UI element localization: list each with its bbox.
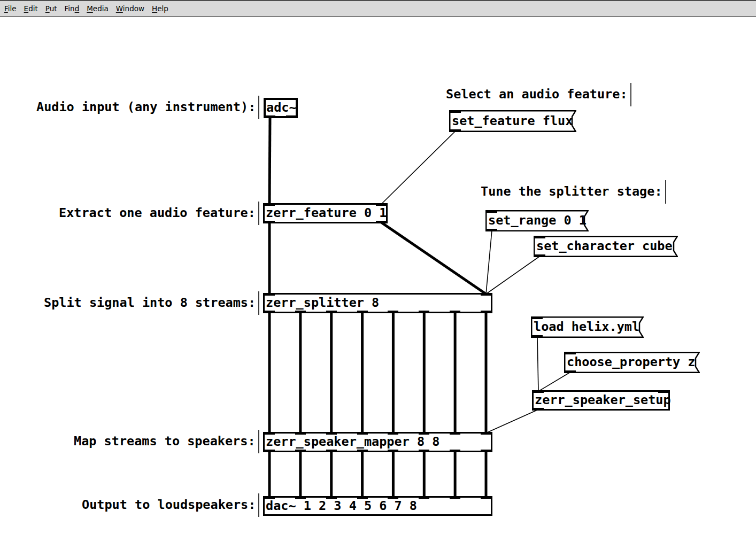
inlet-nub[interactable] [487, 210, 497, 213]
outlet-nub[interactable] [533, 408, 544, 411]
message-box-set-range[interactable]: set_range 0 1 [485, 210, 589, 231]
inlet-nub[interactable] [532, 316, 543, 319]
comment-edge-bar [258, 430, 259, 453]
signal-cord[interactable] [381, 222, 486, 294]
outlet-nub[interactable] [450, 450, 460, 452]
outlet-nub[interactable] [264, 450, 275, 452]
menu-item-find[interactable]: Find [61, 4, 83, 13]
outlet-nub[interactable] [532, 335, 543, 338]
box-text: dac~ 1 2 3 4 5 6 7 8 [266, 500, 417, 513]
object-box-mapper[interactable]: zerr_speaker_mapper 8 8 [263, 432, 492, 452]
inlet-nub[interactable] [326, 496, 337, 499]
inlet-nub[interactable] [481, 496, 491, 499]
patch-canvas[interactable]: Audio input (any instrument):Select an a… [0, 0, 756, 549]
outlet-nub[interactable] [326, 311, 337, 313]
outlet-nub[interactable] [535, 254, 545, 257]
outlet-nub[interactable] [295, 450, 306, 452]
message-cord[interactable] [486, 256, 540, 294]
inlet-nub[interactable] [357, 496, 368, 499]
comment-edge-bar [665, 180, 666, 204]
message-box-set-character[interactable]: set_character cube [534, 236, 678, 257]
inlet-nub[interactable] [295, 432, 306, 435]
inlet-nub[interactable] [419, 432, 429, 435]
menu-item-media[interactable]: Media [83, 4, 112, 13]
inlet-nub[interactable] [264, 293, 275, 296]
inlet-nub[interactable] [481, 293, 491, 296]
outlet-nub[interactable] [357, 311, 368, 313]
outlet-nub[interactable] [388, 311, 398, 313]
outlet-nub[interactable] [565, 370, 576, 373]
box-text: zerr_speaker_setup [535, 394, 671, 407]
box-text: set_feature flux [452, 115, 573, 128]
outlet-nub[interactable] [450, 311, 460, 313]
menu-item-help[interactable]: Help [148, 4, 172, 13]
comment-audio-input: Audio input (any instrument): [36, 96, 259, 119]
inlet-nub[interactable] [419, 496, 429, 499]
message-cord[interactable] [381, 131, 456, 204]
outlet-nub[interactable] [419, 450, 429, 452]
box-text: zerr_speaker_mapper 8 8 [266, 436, 439, 449]
outlet-nub[interactable] [481, 450, 491, 452]
comment-map-streams: Map streams to speakers: [74, 430, 259, 453]
inlet-nub[interactable] [376, 203, 387, 206]
object-box-adc[interactable]: adc~ [264, 98, 298, 118]
inlet-nub[interactable] [295, 496, 306, 499]
comment-edge-bar [630, 83, 631, 106]
comment-edge-bar [258, 493, 259, 517]
outlet-nub[interactable] [264, 311, 275, 313]
inlet-nub[interactable] [326, 432, 337, 435]
object-box-splitter[interactable]: zerr_splitter 8 [263, 293, 492, 313]
object-box-dac[interactable]: dac~ 1 2 3 4 5 6 7 8 [263, 496, 492, 516]
menu-item-edit[interactable]: Edit [20, 4, 42, 13]
inlet-nub[interactable] [264, 432, 275, 435]
comment-edge-bar [258, 291, 259, 315]
inlet-nub[interactable] [264, 496, 275, 499]
signal-cord[interactable] [269, 117, 270, 204]
box-text: choose_property z [567, 356, 696, 369]
outlet-nub[interactable] [388, 450, 398, 452]
comment-tune-splitter: Tune the splitter stage: [481, 180, 666, 204]
outlet-nub[interactable] [481, 311, 491, 313]
message-cord[interactable] [537, 337, 538, 391]
message-box-choose-property[interactable]: choose_property z [564, 352, 700, 373]
outlet-nub[interactable] [265, 115, 275, 118]
outlet-nub[interactable] [326, 450, 337, 452]
inlet-nub[interactable] [264, 203, 275, 206]
outlet-nub[interactable] [286, 115, 297, 118]
menu-item-file[interactable]: File [1, 4, 20, 13]
message-cord[interactable] [486, 230, 492, 294]
inlet-nub[interactable] [450, 432, 460, 435]
box-text: adc~ [266, 102, 297, 114]
outlet-nub[interactable] [419, 311, 429, 313]
box-text: zerr_feature 0 1 [266, 207, 387, 220]
inlet-nub[interactable] [450, 496, 460, 499]
menu-item-put[interactable]: Put [42, 4, 61, 13]
object-box-feature[interactable]: zerr_feature 0 1 [263, 203, 388, 223]
message-box-load-helix[interactable]: load helix.yml [531, 316, 644, 338]
inlet-nub[interactable] [565, 352, 576, 354]
inlet-nub[interactable] [481, 432, 491, 435]
object-box-speaker-setup[interactable]: zerr_speaker_setup [532, 390, 670, 411]
inlet-nub[interactable] [357, 432, 368, 435]
inlet-nub[interactable] [388, 432, 398, 435]
message-cord[interactable] [538, 372, 570, 391]
outlet-nub[interactable] [376, 221, 387, 223]
inlet-nub[interactable] [388, 496, 398, 499]
outlet-nub[interactable] [264, 221, 275, 223]
message-cord[interactable] [486, 409, 538, 433]
comment-split-signal: Split signal into 8 streams: [44, 291, 259, 315]
inlet-nub[interactable] [450, 110, 461, 113]
message-box-set-feature[interactable]: set_feature flux [449, 110, 576, 132]
outlet-nub[interactable] [357, 450, 368, 452]
box-text: load helix.yml [534, 321, 639, 334]
inlet-nub[interactable] [535, 236, 545, 238]
menu-item-window[interactable]: Window [112, 4, 148, 13]
box-text: set_range 0 1 [488, 214, 587, 227]
comment-text: Extract one audio feature: [59, 207, 256, 220]
inlet-nub[interactable] [658, 390, 669, 393]
outlet-nub[interactable] [450, 129, 461, 132]
inlet-nub[interactable] [533, 390, 544, 393]
outlet-nub[interactable] [295, 311, 306, 313]
comment-output: Output to loudspeakers: [82, 493, 259, 517]
outlet-nub[interactable] [487, 229, 497, 231]
